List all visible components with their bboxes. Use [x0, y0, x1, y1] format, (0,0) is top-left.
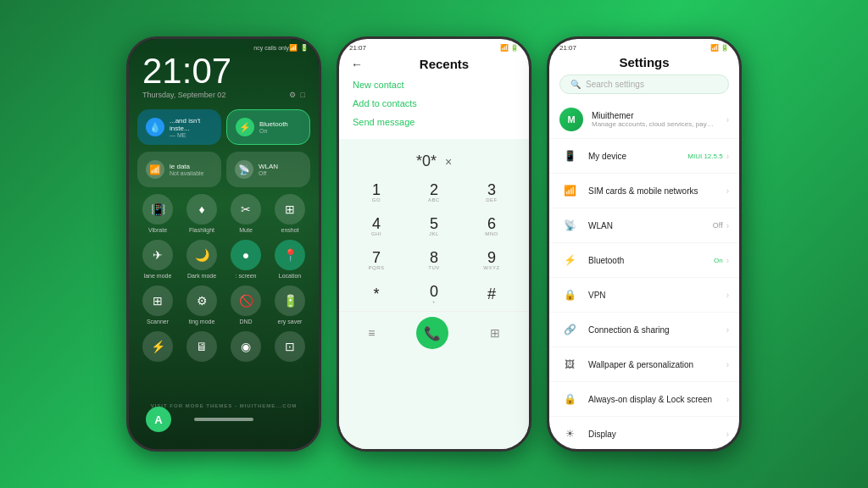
wlan-settings-icon: 📡: [559, 215, 580, 236]
bottom-row: A: [129, 398, 319, 437]
bluetooth-tile[interactable]: ⚡ Bluetooth On: [226, 109, 310, 145]
signal-icon: 📶: [289, 44, 298, 52]
darkmode-icon: 🌙: [186, 240, 217, 270]
wlan-status: Off: [713, 221, 723, 230]
settings-item-wallpaper[interactable]: 🖼 Wallpaper & personalization ›: [549, 347, 739, 382]
chevron-icon: ›: [726, 256, 729, 265]
quick-icons-row3: ⊞ Scanner ⚙ ting mode 🚫 DND 🔋 ery saver: [129, 282, 319, 328]
settings-item-always-on[interactable]: 🔒 Always-on display & Lock screen ›: [549, 382, 739, 417]
new-contact-link[interactable]: New contact: [353, 80, 515, 90]
key-7[interactable]: 7 PQRS: [348, 243, 405, 277]
battery-saver-item[interactable]: 🔋 ery saver: [270, 286, 310, 324]
settings-item-sim[interactable]: 📶 SIM cards & mobile networks ›: [549, 174, 739, 208]
screenshot-item[interactable]: ⊞ enshot: [270, 194, 310, 233]
ring-mode-icon: ⚙: [186, 286, 217, 316]
layout-icon[interactable]: □: [301, 91, 305, 99]
screen2-icon: 🖥: [186, 331, 217, 362]
plane-icon: ✈: [142, 240, 173, 270]
settings-item-vpn[interactable]: 🔒 VPN ›: [549, 278, 739, 313]
settings-search[interactable]: 🔍 Search settings: [559, 75, 729, 94]
ring-mode-item[interactable]: ⚙ ting mode: [181, 286, 222, 324]
dnd-item[interactable]: 🚫 DND: [225, 286, 266, 324]
location-item[interactable]: 📍 Location: [270, 240, 310, 279]
cast-icon: ⊡: [275, 331, 305, 362]
screen2-item[interactable]: 🖥: [181, 331, 222, 362]
delete-button[interactable]: ×: [445, 155, 452, 169]
chevron-icon: ›: [726, 360, 729, 369]
keypad: 1 GO 2 ABC 3 DEF 4 GHI 5 JKL: [339, 175, 529, 311]
battery-icon: 🔋: [300, 44, 309, 52]
vibrate-icon: 📳: [142, 194, 173, 225]
chevron-icon: ›: [726, 291, 729, 300]
keypad-icon[interactable]: ⊞: [490, 326, 500, 340]
settings-item-miuithemer[interactable]: M Miuithemer Manage accounts, cloud serv…: [549, 101, 739, 139]
bolt-icon: ⚡: [142, 331, 173, 362]
vpn-icon: 🔒: [559, 285, 580, 305]
status-calls: ncy calls only: [253, 45, 289, 51]
key-2[interactable]: 2 ABC: [405, 175, 463, 209]
plane-item[interactable]: ✈ lane mode: [137, 240, 178, 279]
display-icon: ☀: [559, 424, 580, 444]
location-icon: 📍: [275, 240, 305, 270]
chevron-icon: ›: [726, 430, 729, 439]
darkmode-item[interactable]: 🌙 Dark mode: [181, 240, 222, 279]
key-5[interactable]: 5 JKL: [405, 209, 463, 243]
search-placeholder: Search settings: [586, 80, 644, 89]
recents-actions: New contact Add to contacts Send message: [339, 75, 529, 132]
send-message-link[interactable]: Send message: [353, 117, 515, 127]
key-3[interactable]: 3 DEF: [463, 175, 520, 209]
always-on-icon: 🔒: [559, 389, 580, 409]
user-avatar[interactable]: A: [146, 407, 171, 432]
key-4[interactable]: 4 GHI: [348, 209, 405, 243]
key-6[interactable]: 6 MNO: [463, 209, 520, 243]
bluetooth-icon: ⚡: [236, 118, 254, 136]
scanner-icon: ⊞: [142, 286, 173, 316]
bluetooth-settings-icon: ⚡: [559, 250, 580, 270]
scanner-item[interactable]: ⊞ Scanner: [137, 286, 178, 324]
key-8[interactable]: 8 TUV: [405, 243, 463, 277]
wallpaper-icon: 🖼: [559, 354, 580, 374]
settings-item-display[interactable]: ☀ Display ›: [549, 417, 739, 449]
signal-icon-3: 📶: [710, 44, 719, 52]
search-icon: 🔍: [570, 80, 581, 89]
contacts-icon[interactable]: ≡: [368, 326, 375, 340]
wlan-tile[interactable]: 📡 WLAN Off: [226, 152, 310, 187]
dnd-icon: 🚫: [231, 286, 261, 316]
quick-tiles-row2: 📶 le data Not available 📡 WLAN Off: [129, 148, 319, 191]
key-star[interactable]: *: [348, 277, 405, 311]
call-button[interactable]: 📞: [416, 317, 448, 349]
vibrate-item[interactable]: 📳 Vibrate: [137, 194, 178, 233]
settings-title: Settings: [549, 53, 739, 75]
home-indicator[interactable]: [194, 418, 253, 421]
add-to-contacts-link[interactable]: Add to contacts: [353, 98, 515, 108]
flashlight-icon: ♦: [186, 194, 217, 225]
settings-item-connection-sharing[interactable]: 🔗 Connection & sharing ›: [549, 313, 739, 347]
phone-1: ncy calls only 📶 🔋 21:07 Thursday, Septe…: [126, 36, 321, 452]
dialer-display: *0* ×: [339, 147, 529, 175]
key-0[interactable]: 0 +: [405, 277, 463, 311]
more-item[interactable]: ◉: [225, 331, 266, 362]
clock-display: 21:07: [129, 53, 319, 89]
mobile-data-tile[interactable]: 📶 le data Not available: [137, 152, 221, 187]
bolt-item[interactable]: ⚡: [137, 331, 178, 362]
signal-icon-2: 📶: [500, 44, 509, 52]
quick-icons-row2: ✈ lane mode 🌙 Dark mode ● : screen 📍 Loc…: [129, 236, 319, 282]
settings-item-wlan[interactable]: 📡 WLAN Off ›: [549, 208, 739, 243]
back-button[interactable]: ←: [351, 58, 363, 71]
settings-icon[interactable]: ⚙: [289, 91, 296, 99]
date-icons: ⚙ □: [289, 91, 305, 99]
date-display: Thursday, September 02 ⚙ □: [129, 89, 319, 106]
key-hash[interactable]: #: [463, 277, 520, 311]
phone-2: 21:07 📶 🔋 ← Recents New contact Add to c…: [337, 36, 531, 452]
recents-title: Recents: [371, 57, 517, 71]
chevron-icon: ›: [726, 395, 729, 404]
settings-item-my-device[interactable]: 📱 My device MIUI 12.5.5 ›: [549, 139, 739, 174]
screen-item[interactable]: ● : screen: [225, 240, 266, 279]
settings-item-bluetooth[interactable]: ⚡ Bluetooth On ›: [549, 243, 739, 278]
key-1[interactable]: 1 GO: [348, 175, 405, 209]
key-9[interactable]: 9 WXYZ: [463, 243, 520, 277]
cast-item[interactable]: ⊡: [270, 331, 310, 362]
mute-item[interactable]: ✂ Mute: [225, 194, 266, 233]
flashlight-item[interactable]: ♦ Flashlight: [181, 194, 222, 233]
data-tile[interactable]: 💧 ...and isn't inste... — ME: [137, 109, 221, 145]
